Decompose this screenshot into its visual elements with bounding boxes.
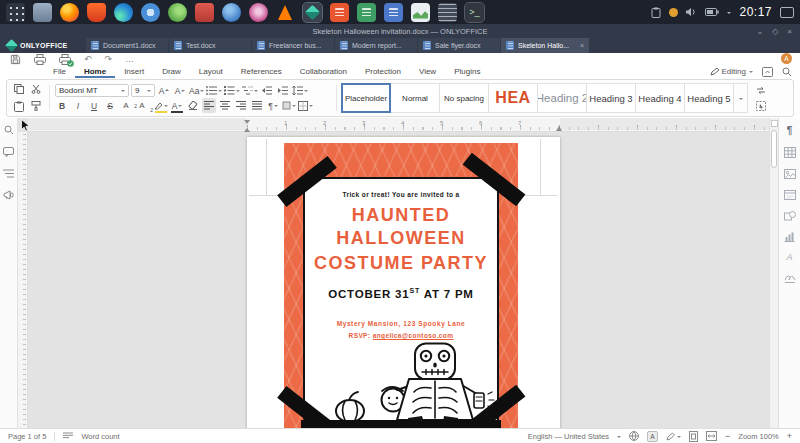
font-size-combo[interactable]: 9 bbox=[131, 84, 155, 97]
align-left-button[interactable] bbox=[202, 98, 216, 113]
maximize-button[interactable]: ◇ bbox=[772, 27, 778, 36]
style-heading5[interactable]: Heading 5 bbox=[684, 83, 734, 113]
clear-style-button[interactable] bbox=[186, 98, 200, 113]
red-app-icon[interactable] bbox=[195, 3, 214, 22]
header-footer-settings-icon[interactable] bbox=[784, 190, 796, 200]
save-icon[interactable] bbox=[10, 54, 21, 65]
image-settings-icon[interactable] bbox=[784, 169, 796, 179]
menu-view[interactable]: View bbox=[410, 65, 445, 78]
redo-icon[interactable]: ↷ bbox=[105, 55, 113, 64]
collapse-toolbar-icon[interactable] bbox=[762, 67, 773, 77]
tab-document1[interactable]: Document1.docx bbox=[86, 38, 168, 53]
horizontal-ruler[interactable]: 1 2 3 4 5 6 7 bbox=[28, 118, 769, 132]
style-heading4[interactable]: Heading 4 bbox=[635, 83, 685, 113]
minimize-button[interactable]: ⌄ bbox=[756, 27, 763, 36]
firefox-icon[interactable] bbox=[60, 3, 79, 22]
line-spacing-button[interactable] bbox=[292, 83, 308, 98]
volume-icon[interactable] bbox=[686, 7, 697, 17]
fit-page-icon[interactable] bbox=[689, 431, 698, 442]
page-indicator[interactable]: Page 1 of 5 bbox=[8, 432, 46, 441]
quick-print-icon[interactable] bbox=[59, 54, 71, 65]
shape-settings-icon[interactable] bbox=[784, 211, 796, 221]
document-app-icon[interactable] bbox=[384, 3, 403, 22]
menu-plugins[interactable]: Plugins bbox=[445, 65, 489, 78]
indent-marker-right[interactable] bbox=[556, 123, 562, 131]
font-color-button[interactable]: A bbox=[170, 98, 184, 113]
align-right-button[interactable] bbox=[234, 98, 248, 113]
zoom-level[interactable]: Zoom 100% bbox=[738, 432, 778, 441]
file-manager-icon[interactable] bbox=[33, 3, 52, 22]
bullets-button[interactable] bbox=[206, 83, 222, 98]
align-center-button[interactable] bbox=[218, 98, 232, 113]
menu-file[interactable]: File bbox=[44, 65, 75, 78]
align-justify-button[interactable] bbox=[250, 98, 264, 113]
app-launcher-icon[interactable] bbox=[6, 3, 25, 22]
strikeout-button[interactable]: S bbox=[103, 98, 117, 113]
signature-settings-icon[interactable] bbox=[784, 273, 796, 283]
replace-button[interactable] bbox=[754, 83, 768, 98]
decrement-font-size-button[interactable]: A bbox=[173, 83, 187, 98]
paragraph-settings-icon[interactable]: ¶ bbox=[787, 126, 793, 136]
styles-gallery-expand-button[interactable] bbox=[733, 83, 748, 113]
workspace-switcher-icon[interactable] bbox=[780, 7, 794, 18]
set-language-icon[interactable] bbox=[629, 431, 639, 441]
subscript-button[interactable]: A2 bbox=[135, 98, 149, 113]
spreadsheet-app-icon[interactable] bbox=[357, 3, 376, 22]
vertical-scrollbar[interactable] bbox=[769, 118, 778, 428]
menu-insert[interactable]: Insert bbox=[115, 65, 153, 78]
copy-style-icon[interactable] bbox=[28, 99, 44, 114]
bold-button[interactable]: B bbox=[55, 98, 69, 113]
headings-panel-icon[interactable] bbox=[3, 169, 14, 178]
tab-freelancer[interactable]: Freelancer bus... bbox=[252, 38, 334, 53]
edge-icon[interactable] bbox=[114, 3, 133, 22]
increment-font-size-button[interactable]: A bbox=[157, 83, 171, 98]
terminal-icon[interactable]: >_ bbox=[465, 3, 484, 22]
clipboard-tray-icon[interactable] bbox=[651, 7, 661, 18]
menu-references[interactable]: References bbox=[232, 65, 291, 78]
brave-icon[interactable] bbox=[87, 3, 106, 22]
numbering-button[interactable] bbox=[224, 83, 240, 98]
feedback-panel-icon[interactable] bbox=[3, 190, 14, 200]
paste-icon[interactable] bbox=[11, 99, 27, 114]
indent-marker-left[interactable] bbox=[244, 120, 250, 127]
comments-panel-icon[interactable] bbox=[3, 147, 14, 157]
style-heading2[interactable]: Heading 2 bbox=[537, 83, 587, 113]
shading-button[interactable] bbox=[282, 98, 296, 113]
text-art-settings-icon[interactable]: A bbox=[786, 253, 792, 262]
undo-icon[interactable]: ↶ bbox=[84, 55, 92, 64]
increase-indent-button[interactable] bbox=[276, 83, 290, 98]
chart-app-icon[interactable] bbox=[411, 3, 430, 22]
menu-home[interactable]: Home bbox=[75, 65, 115, 78]
decrease-indent-button[interactable] bbox=[260, 83, 274, 98]
document-canvas[interactable]: Trick or treat! You are invited to a HAU… bbox=[28, 132, 769, 428]
search-panel-icon[interactable] bbox=[4, 125, 14, 135]
italic-button[interactable]: I bbox=[71, 98, 85, 113]
style-normal[interactable]: Normal bbox=[390, 83, 440, 113]
task-list-app-icon[interactable] bbox=[438, 3, 457, 22]
style-heading1[interactable]: HEA bbox=[488, 83, 538, 113]
media-app-icon[interactable] bbox=[249, 3, 268, 22]
language-selector[interactable]: English — United States bbox=[528, 432, 609, 441]
battery-icon[interactable] bbox=[705, 8, 719, 16]
tray-caret-icon[interactable] bbox=[727, 12, 731, 16]
cut-icon[interactable] bbox=[28, 82, 44, 97]
onlyoffice-brand[interactable]: ONLYOFFICE bbox=[0, 38, 86, 53]
green-app-icon[interactable] bbox=[168, 3, 187, 22]
chromium-icon[interactable] bbox=[141, 3, 160, 22]
track-changes-button[interactable] bbox=[666, 432, 681, 441]
copy-icon[interactable] bbox=[11, 82, 27, 97]
tab-sale-flyer[interactable]: Sale flyer.docx bbox=[418, 38, 500, 53]
select-all-button[interactable] bbox=[754, 99, 768, 114]
menu-protection[interactable]: Protection bbox=[356, 65, 410, 78]
close-button[interactable]: × bbox=[787, 27, 792, 36]
style-heading3[interactable]: Heading 3 bbox=[586, 83, 636, 113]
fit-width-icon[interactable] bbox=[706, 431, 717, 441]
vlc-icon[interactable] bbox=[276, 3, 295, 22]
change-case-button[interactable]: Aa bbox=[189, 83, 204, 98]
scrollbar-top-button[interactable] bbox=[771, 120, 778, 127]
superscript-button[interactable]: A2 bbox=[119, 98, 133, 113]
spellcheck-toggle[interactable]: A bbox=[647, 431, 658, 442]
style-no-spacing[interactable]: No spacing bbox=[439, 83, 489, 113]
scrollbar-thumb[interactable] bbox=[771, 130, 777, 168]
table-settings-icon[interactable] bbox=[784, 147, 796, 158]
